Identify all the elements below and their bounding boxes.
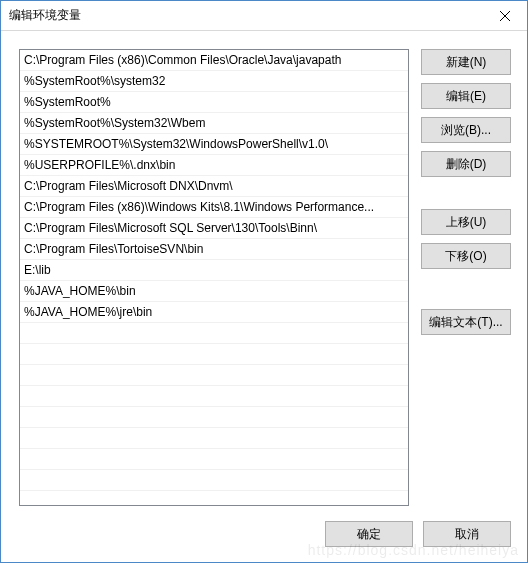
list-item[interactable]: C:\Program Files (x86)\Windows Kits\8.1\… (20, 197, 408, 218)
list-item-empty[interactable] (20, 407, 408, 428)
close-button[interactable] (482, 1, 527, 31)
browse-button[interactable]: 浏览(B)... (421, 117, 511, 143)
content-area: C:\Program Files (x86)\Common Files\Orac… (1, 31, 527, 506)
list-item[interactable]: %JAVA_HOME%\bin (20, 281, 408, 302)
edit-button[interactable]: 编辑(E) (421, 83, 511, 109)
list-item[interactable]: %SystemRoot%\System32\Wbem (20, 113, 408, 134)
list-item[interactable]: C:\Program Files\TortoiseSVN\bin (20, 239, 408, 260)
path-listbox[interactable]: C:\Program Files (x86)\Common Files\Orac… (19, 49, 409, 506)
dialog-footer: 确定 取消 (1, 506, 527, 562)
list-item[interactable]: %SystemRoot%\system32 (20, 71, 408, 92)
close-icon (500, 11, 510, 21)
titlebar: 编辑环境变量 (1, 1, 527, 31)
list-item[interactable]: %SYSTEMROOT%\System32\WindowsPowerShell\… (20, 134, 408, 155)
cancel-button[interactable]: 取消 (423, 521, 511, 547)
list-item-empty[interactable] (20, 428, 408, 449)
move-up-button[interactable]: 上移(U) (421, 209, 511, 235)
list-item[interactable]: %SystemRoot% (20, 92, 408, 113)
spacer (421, 277, 511, 301)
new-button[interactable]: 新建(N) (421, 49, 511, 75)
window-title: 编辑环境变量 (9, 7, 81, 24)
list-item[interactable]: C:\Program Files (x86)\Common Files\Orac… (20, 50, 408, 71)
list-item-empty[interactable] (20, 470, 408, 491)
list-item[interactable]: C:\Program Files\Microsoft DNX\Dnvm\ (20, 176, 408, 197)
list-item-empty[interactable] (20, 344, 408, 365)
list-item-empty[interactable] (20, 449, 408, 470)
list-item-empty[interactable] (20, 323, 408, 344)
button-column: 新建(N) 编辑(E) 浏览(B)... 删除(D) 上移(U) 下移(O) 编… (421, 49, 511, 506)
list-item-empty[interactable] (20, 386, 408, 407)
move-down-button[interactable]: 下移(O) (421, 243, 511, 269)
ok-button[interactable]: 确定 (325, 521, 413, 547)
list-item[interactable]: %JAVA_HOME%\jre\bin (20, 302, 408, 323)
list-item-empty[interactable] (20, 365, 408, 386)
list-item[interactable]: E:\lib (20, 260, 408, 281)
spacer (421, 185, 511, 201)
list-item[interactable]: %USERPROFILE%\.dnx\bin (20, 155, 408, 176)
delete-button[interactable]: 删除(D) (421, 151, 511, 177)
list-item[interactable]: C:\Program Files\Microsoft SQL Server\13… (20, 218, 408, 239)
edit-text-button[interactable]: 编辑文本(T)... (421, 309, 511, 335)
